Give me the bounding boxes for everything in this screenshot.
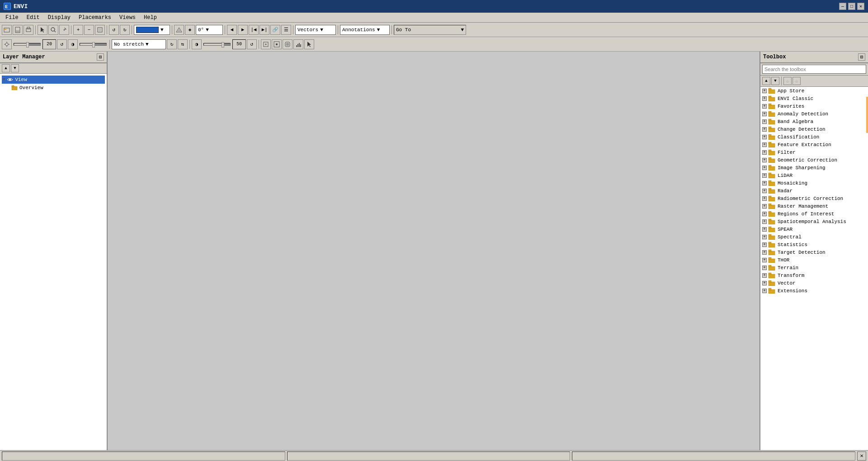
- brightness-reset[interactable]: ↺: [57, 39, 67, 49]
- annotations-dropdown[interactable]: Annotations ▼: [340, 25, 390, 35]
- color-ramp-dropdown[interactable]: ▼: [134, 25, 170, 35]
- expand-plus-icon[interactable]: +: [762, 250, 767, 255]
- toolbox-item[interactable]: + Radiometric Correction: [760, 195, 868, 202]
- toolbox-item[interactable]: + Vector: [760, 279, 868, 287]
- stretch-dropdown[interactable]: No stretch ▼: [112, 39, 166, 49]
- toolbox-search-input[interactable]: [762, 65, 866, 74]
- toolbox-item[interactable]: + Statistics: [760, 241, 868, 248]
- expand-plus-icon[interactable]: +: [762, 273, 767, 278]
- expand-plus-icon[interactable]: +: [762, 104, 767, 109]
- toolbox-item[interactable]: + Target Detection: [760, 248, 868, 256]
- expand-plus-icon[interactable]: +: [762, 119, 767, 124]
- toolbox-item[interactable]: + Mosaicking: [760, 179, 868, 187]
- toolbox-item[interactable]: + Image Sharpening: [760, 164, 868, 171]
- fly-button[interactable]: [174, 25, 184, 35]
- stretch-sync[interactable]: ⇆: [178, 39, 188, 49]
- vectors-dropdown[interactable]: Vectors ▼: [295, 25, 336, 35]
- histogram-button[interactable]: [293, 39, 303, 49]
- step-back-button[interactable]: |◄: [249, 25, 259, 35]
- expand-plus-icon[interactable]: +: [762, 258, 767, 262]
- toolbox-collapse[interactable]: ⊡: [858, 53, 865, 61]
- zoom-in-button[interactable]: +: [73, 25, 83, 35]
- layers-button[interactable]: ☰: [281, 25, 291, 35]
- pan-button[interactable]: ✥: [59, 25, 69, 35]
- toolbox-star1[interactable]: ☆: [783, 77, 792, 85]
- status-close-button[interactable]: ✕: [857, 451, 866, 461]
- expand-plus-icon[interactable]: +: [762, 189, 767, 193]
- menu-placemarks[interactable]: Placemarks: [75, 14, 115, 22]
- transparency-reset[interactable]: ↺: [247, 39, 257, 49]
- toolbox-item[interactable]: + Terrain: [760, 264, 868, 271]
- layer-down-button[interactable]: ▼: [11, 64, 19, 72]
- expand-plus-icon[interactable]: +: [762, 150, 767, 155]
- menu-edit[interactable]: Edit: [23, 14, 43, 22]
- toolbox-item[interactable]: + Regions of Interest: [760, 210, 868, 218]
- contrast-slider[interactable]: [80, 43, 107, 46]
- transparency-slider[interactable]: [203, 43, 231, 46]
- link-button[interactable]: 🔗: [270, 25, 280, 35]
- expand-plus-icon[interactable]: +: [762, 166, 767, 170]
- extent-button[interactable]: [261, 39, 271, 49]
- expand-plus-icon[interactable]: +: [762, 289, 767, 293]
- toolbox-item[interactable]: + Favorites: [760, 102, 868, 110]
- layer-up-button[interactable]: ▲: [2, 64, 10, 72]
- zoom-fit-button[interactable]: [95, 25, 105, 35]
- expand-plus-icon[interactable]: +: [762, 235, 767, 239]
- toolbox-item[interactable]: + Change Detection: [760, 125, 868, 133]
- zoom-button[interactable]: [48, 25, 58, 35]
- toolbox-item[interactable]: + LiDAR: [760, 171, 868, 179]
- stretch-apply[interactable]: ↻: [167, 39, 177, 49]
- toolbox-item[interactable]: + Extensions: [760, 287, 868, 295]
- expand-plus-icon[interactable]: +: [762, 227, 767, 232]
- toolbox-item[interactable]: + Raster Management: [760, 202, 868, 210]
- toolbox-item[interactable]: + Band Algebra: [760, 118, 868, 125]
- cursor-button[interactable]: [304, 39, 314, 49]
- toolbox-item[interactable]: + Anomaly Detection: [760, 110, 868, 118]
- layer-manager-collapse[interactable]: ⊡: [97, 53, 104, 61]
- toolbox-item[interactable]: + SPEAR: [760, 225, 868, 233]
- menu-display[interactable]: Display: [44, 14, 74, 22]
- brightness-slider[interactable]: [14, 43, 41, 46]
- close-button[interactable]: ✕: [857, 3, 864, 10]
- forward-button[interactable]: ►: [238, 25, 248, 35]
- expand-plus-icon[interactable]: +: [762, 135, 767, 139]
- expand-plus-icon[interactable]: +: [762, 143, 767, 147]
- menu-help[interactable]: Help: [140, 14, 160, 22]
- tree-item-overview[interactable]: Overview: [2, 84, 105, 92]
- pointer-button[interactable]: [38, 25, 47, 35]
- toolbox-item[interactable]: + Filter: [760, 148, 868, 156]
- toolbox-item[interactable]: + Classification: [760, 133, 868, 141]
- expand-plus-icon[interactable]: +: [762, 181, 767, 185]
- expand-plus-icon[interactable]: +: [762, 196, 767, 201]
- expand-plus-icon[interactable]: +: [762, 242, 767, 247]
- viewport[interactable]: [108, 52, 760, 450]
- toolbox-star2[interactable]: ☆: [793, 77, 801, 85]
- minimize-button[interactable]: —: [839, 3, 846, 10]
- menu-views[interactable]: Views: [116, 14, 139, 22]
- expand-plus-icon[interactable]: +: [762, 158, 767, 162]
- grayscale-button[interactable]: [283, 39, 292, 49]
- expand-plus-icon[interactable]: +: [762, 212, 767, 216]
- toolbox-nav-down[interactable]: ▼: [771, 77, 779, 85]
- rotate-left-button[interactable]: ↺: [109, 25, 119, 35]
- toolbox-item[interactable]: + Spectral: [760, 233, 868, 241]
- expand-plus-icon[interactable]: +: [762, 127, 767, 132]
- save-button[interactable]: [13, 25, 23, 35]
- expand-plus-icon[interactable]: +: [762, 204, 767, 209]
- goto-dropdown[interactable]: Go To ▼: [394, 25, 466, 35]
- rotation-dropdown[interactable]: 0° ▼: [196, 25, 223, 35]
- toolbox-item[interactable]: + THOR: [760, 256, 868, 264]
- menu-file[interactable]: File: [2, 14, 22, 22]
- toolbox-item[interactable]: + Radar: [760, 187, 868, 195]
- toolbox-item[interactable]: + ENVI Classic: [760, 95, 868, 102]
- maximize-button[interactable]: □: [848, 3, 855, 10]
- expand-plus-icon[interactable]: +: [762, 96, 767, 101]
- toolbox-item[interactable]: + Geometric Correction: [760, 156, 868, 164]
- overview-button[interactable]: [272, 39, 282, 49]
- toolbox-nav-up[interactable]: ▲: [762, 77, 770, 85]
- rotate-right-button[interactable]: ↻: [120, 25, 130, 35]
- oblique-button[interactable]: ◈: [185, 25, 195, 35]
- tree-item-view[interactable]: ▼ View: [2, 76, 105, 84]
- back-button[interactable]: ◄: [227, 25, 237, 35]
- toolbox-item[interactable]: + Spatiotemporal Analysis: [760, 218, 868, 225]
